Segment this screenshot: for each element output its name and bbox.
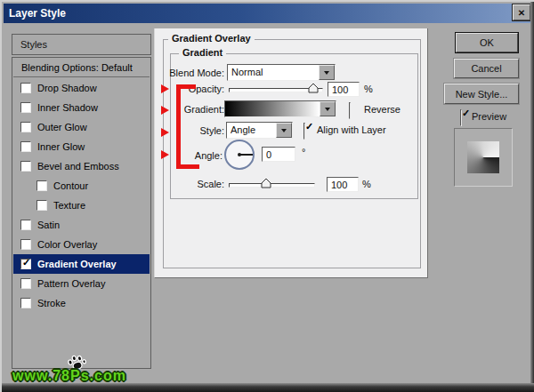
style-value: Angle: [227, 123, 276, 138]
angle-unit: °: [302, 147, 305, 157]
reverse-label: Reverse: [364, 104, 400, 115]
chevron-down-icon[interactable]: [320, 101, 336, 116]
annotation-bracket-bottom: [176, 164, 199, 169]
styles-label: Styles: [12, 39, 47, 50]
sidebar-item-texture[interactable]: Texture: [13, 196, 150, 215]
preview-checkbox[interactable]: [460, 109, 462, 126]
texture-checkbox[interactable]: [36, 200, 47, 211]
annotation-bracket-top: [176, 84, 196, 89]
contour-checkbox[interactable]: [36, 180, 47, 191]
preview-thumbnail: [454, 128, 513, 187]
watermark-text: www.78Ps.com: [12, 368, 126, 384]
annotation-arrow-icon: [161, 106, 169, 115]
new-style-button[interactable]: New Style...: [444, 84, 519, 104]
gradient-picker[interactable]: [224, 100, 336, 117]
stroke-checkbox[interactable]: [20, 298, 31, 308]
scale-unit: %: [362, 179, 371, 189]
annotation-bracket-line: [176, 84, 181, 169]
opacity-unit: %: [364, 84, 373, 94]
bevel-emboss-checkbox[interactable]: [20, 161, 31, 172]
angle-dial[interactable]: [224, 140, 255, 170]
layer-style-dialog: Layer Style ✕ Styles Blending Options: D…: [0, 0, 534, 392]
sidebar-item-bevel-emboss[interactable]: Bevel and Emboss: [13, 156, 150, 176]
scale-input[interactable]: [327, 177, 359, 192]
angle-dial-needle[interactable]: [239, 154, 253, 156]
opacity-input[interactable]: [328, 82, 360, 97]
angle-gradient-preview: [467, 141, 499, 173]
window-title: Layer Style: [4, 7, 66, 20]
sidebar-item-satin[interactable]: Satin: [13, 215, 150, 235]
window-border-right: [530, 2, 534, 392]
sidebar-item-inner-shadow[interactable]: Inner Shadow: [13, 98, 150, 117]
title-bar[interactable]: Layer Style: [4, 4, 530, 23]
pattern-overlay-checkbox[interactable]: [20, 278, 31, 289]
sidebar-item-contour[interactable]: Contour: [13, 176, 150, 196]
ok-button[interactable]: OK: [456, 33, 518, 52]
sidebar-item-outer-glow[interactable]: Outer Glow: [13, 117, 150, 137]
group-title: Gradient: [179, 47, 226, 58]
align-with-layer-checkbox[interactable]: [303, 123, 305, 140]
inner-glow-checkbox[interactable]: [20, 141, 31, 152]
gradient-swatch[interactable]: [225, 101, 320, 116]
sidebar-item-color-overlay[interactable]: Color Overlay: [13, 235, 150, 254]
color-overlay-checkbox[interactable]: [20, 239, 31, 250]
reverse-checkbox[interactable]: [349, 102, 351, 119]
sidebar-item-stroke[interactable]: Stroke: [13, 293, 150, 313]
annotation-arrow-icon: [161, 150, 169, 159]
drop-shadow-checkbox[interactable]: [20, 83, 31, 93]
sidebar-item-drop-shadow[interactable]: Drop Shadow: [13, 78, 150, 98]
blend-mode-label: Blend Mode:: [126, 68, 224, 78]
sidebar-style-list: Blending Options: Default Drop Shadow In…: [12, 57, 151, 369]
window-border-bottom: [2, 383, 534, 392]
section-title: Gradient Overlay: [168, 33, 255, 44]
sidebar-styles-header[interactable]: Styles: [12, 34, 151, 55]
sidebar-item-pattern-overlay[interactable]: Pattern Overlay: [13, 274, 150, 293]
chevron-down-icon[interactable]: [319, 65, 335, 80]
scale-slider-thumb[interactable]: [261, 178, 271, 188]
align-with-layer-label: Align with Layer: [317, 124, 386, 135]
gradient-overlay-checkbox[interactable]: [20, 259, 31, 269]
annotation-arrow-icon: [161, 84, 169, 93]
sidebar-item-inner-glow[interactable]: Inner Glow: [13, 137, 150, 156]
close-icon[interactable]: ✕: [513, 4, 530, 20]
preview-label: Preview: [472, 111, 506, 122]
satin-checkbox[interactable]: [20, 220, 31, 230]
scale-label: Scale:: [135, 179, 224, 189]
angle-input[interactable]: [262, 147, 295, 162]
inner-shadow-checkbox[interactable]: [20, 102, 31, 113]
opacity-slider-thumb[interactable]: [308, 83, 319, 93]
scale-slider-track[interactable]: [229, 183, 315, 188]
blend-mode-value: Normal: [228, 65, 319, 80]
outer-glow-checkbox[interactable]: [20, 122, 31, 132]
blend-mode-dropdown[interactable]: Normal: [227, 64, 336, 81]
sidebar-item-gradient-overlay[interactable]: Gradient Overlay: [13, 254, 150, 274]
annotation-arrow-icon: [161, 128, 169, 137]
chevron-down-icon[interactable]: [276, 123, 292, 138]
cancel-button[interactable]: Cancel: [454, 59, 519, 78]
style-dropdown[interactable]: Angle: [226, 122, 293, 139]
